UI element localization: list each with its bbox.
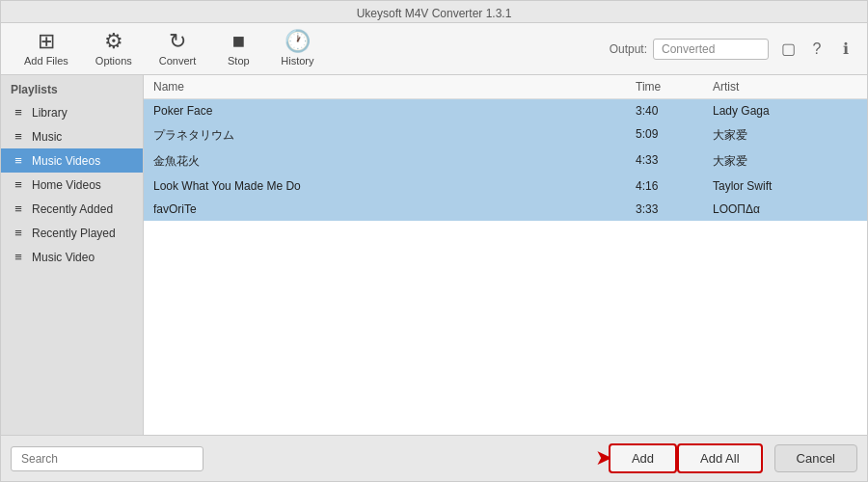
options-icon: ⚙ bbox=[104, 31, 123, 52]
content-area: Name Time Artist Poker Face3:40Lady Gaga… bbox=[144, 75, 867, 435]
cell-time: 4:16 bbox=[636, 179, 713, 193]
add-button[interactable]: Add bbox=[609, 443, 677, 473]
sidebar-item-label-music-video: Music Video bbox=[32, 251, 95, 264]
sidebar-item-music-videos[interactable]: ≡Music Videos bbox=[1, 148, 143, 173]
table-header: Name Time Artist bbox=[144, 75, 867, 99]
info-icon[interactable]: ℹ bbox=[834, 38, 857, 61]
cell-time: 3:33 bbox=[636, 202, 713, 216]
sidebar-item-label-recently-played: Recently Played bbox=[32, 227, 116, 240]
table-row[interactable]: Look What You Made Me Do4:16Taylor Swift bbox=[144, 174, 867, 198]
table-row[interactable]: プラネタリウム5:09大家爱 bbox=[144, 122, 867, 148]
cell-artist: 大家爱 bbox=[713, 127, 857, 144]
table-row[interactable]: 金魚花火4:33大家爱 bbox=[144, 148, 867, 174]
sidebar-item-library[interactable]: ≡Library bbox=[1, 100, 143, 124]
stop-label: Stop bbox=[228, 55, 250, 67]
cancel-button[interactable]: Cancel bbox=[774, 444, 857, 472]
help-icon[interactable]: ? bbox=[805, 38, 828, 61]
convert-label: Convert bbox=[159, 55, 197, 67]
table-row[interactable]: favOriTe3:33LOOΠΔα bbox=[144, 198, 867, 221]
table-row[interactable]: Poker Face3:40Lady Gaga bbox=[144, 99, 867, 122]
add-all-button[interactable]: Add All bbox=[677, 443, 762, 473]
sidebar-item-icon-music-video: ≡ bbox=[11, 250, 26, 264]
cell-time: 3:40 bbox=[636, 104, 713, 118]
sidebar-item-icon-music: ≡ bbox=[11, 129, 26, 144]
output-label: Output: bbox=[610, 42, 647, 56]
arrow-container: ➤ Add Add All bbox=[595, 443, 763, 473]
cell-artist: 大家爱 bbox=[713, 153, 857, 170]
sidebar-item-label-music: Music bbox=[32, 130, 62, 144]
cell-name: Look What You Made Me Do bbox=[153, 179, 636, 193]
convert-icon: ↻ bbox=[169, 31, 186, 52]
sidebar-item-home-videos[interactable]: ≡Home Videos bbox=[1, 173, 143, 197]
sidebar-item-recently-played[interactable]: ≡Recently Played bbox=[1, 221, 143, 245]
folder-icon[interactable]: ▢ bbox=[776, 38, 800, 61]
sidebar-items-container: ≡Library≡Music≡Music Videos≡Home Videos≡… bbox=[1, 100, 143, 269]
cell-name: 金魚花火 bbox=[153, 153, 636, 170]
sidebar-item-icon-library: ≡ bbox=[11, 105, 26, 120]
cell-time: 4:33 bbox=[636, 153, 713, 170]
add-files-label: Add Files bbox=[24, 55, 68, 67]
convert-button[interactable]: ↻ Convert bbox=[146, 27, 210, 70]
sidebar-section-label: Playlists bbox=[1, 75, 143, 100]
title-bar: Ukeysoft M4V Converter 1.3.1 bbox=[1, 1, 867, 23]
col-header-name: Name bbox=[153, 80, 636, 94]
sidebar-item-label-music-videos: Music Videos bbox=[32, 154, 100, 168]
sidebar-item-label-library: Library bbox=[32, 106, 68, 120]
stop-button[interactable]: ■ Stop bbox=[209, 27, 267, 70]
stop-icon: ■ bbox=[232, 31, 245, 52]
sidebar-item-icon-home-videos: ≡ bbox=[11, 177, 26, 192]
sidebar: Playlists ≡Library≡Music≡Music Videos≡Ho… bbox=[1, 75, 144, 435]
output-field[interactable] bbox=[653, 39, 769, 60]
add-files-icon: ⊞ bbox=[38, 31, 55, 52]
cell-artist: Lady Gaga bbox=[713, 104, 857, 118]
cell-artist: LOOΠΔα bbox=[713, 202, 857, 216]
add-files-button[interactable]: ⊞ Add Files bbox=[11, 27, 82, 70]
sidebar-item-icon-recently-played: ≡ bbox=[11, 226, 26, 240]
sidebar-item-music-video[interactable]: ≡Music Video bbox=[1, 245, 143, 269]
col-header-artist: Artist bbox=[713, 80, 857, 94]
history-button[interactable]: 🕐 History bbox=[267, 27, 327, 70]
table-body: Poker Face3:40Lady Gagaプラネタリウム5:09大家爱金魚花… bbox=[144, 99, 867, 435]
bottom-bar: ➤ Add Add All Cancel bbox=[1, 435, 867, 481]
col-header-time: Time bbox=[636, 80, 713, 94]
sidebar-item-music[interactable]: ≡Music bbox=[1, 124, 143, 148]
main-content: Playlists ≡Library≡Music≡Music Videos≡Ho… bbox=[1, 75, 867, 435]
cell-time: 5:09 bbox=[636, 127, 713, 144]
cell-artist: Taylor Swift bbox=[713, 179, 857, 193]
sidebar-item-label-recently-added: Recently Added bbox=[32, 202, 113, 216]
sidebar-item-label-home-videos: Home Videos bbox=[32, 178, 101, 192]
app-title: Ukeysoft M4V Converter 1.3.1 bbox=[357, 7, 512, 20]
cell-name: Poker Face bbox=[153, 104, 636, 118]
app-window: Ukeysoft M4V Converter 1.3.1 ⊞ Add Files… bbox=[0, 0, 868, 482]
search-input[interactable] bbox=[11, 446, 203, 471]
toolbar: ⊞ Add Files ⚙ Options ↻ Convert ■ Stop 🕐… bbox=[1, 23, 867, 75]
options-button[interactable]: ⚙ Options bbox=[82, 27, 146, 70]
cell-name: favOriTe bbox=[153, 202, 636, 216]
cell-name: プラネタリウム bbox=[153, 127, 636, 144]
sidebar-item-icon-music-videos: ≡ bbox=[11, 153, 26, 168]
sidebar-item-icon-recently-added: ≡ bbox=[11, 201, 26, 216]
sidebar-item-recently-added[interactable]: ≡Recently Added bbox=[1, 197, 143, 221]
history-label: History bbox=[281, 55, 313, 67]
history-icon: 🕐 bbox=[285, 31, 311, 52]
options-label: Options bbox=[95, 55, 132, 67]
